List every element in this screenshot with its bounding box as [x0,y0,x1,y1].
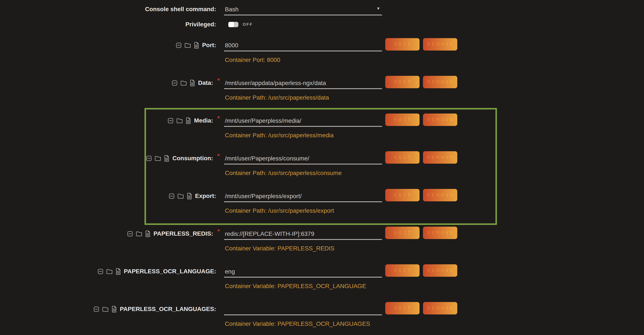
dropdown-caret-icon: ▼ [376,6,380,10]
consumption-label: Consumption: [172,155,213,162]
field-row-port: Port: * 8000 Container Port: 8000 EDIT R… [0,39,644,62]
folder-icon [102,307,108,312]
field-row-paperless-ocr-languages: PAPERLESS_OCR_LANGUAGES: * Container Var… [0,303,644,327]
folder-icon [136,231,142,237]
port-help-text: Container Port: 8000 [224,56,382,63]
paperless-ocr-languages-input[interactable] [224,303,382,315]
data-label: Data: [198,79,213,86]
export-value: /mnt/user/Paperpless/export/ [225,193,302,200]
document-icon [116,268,121,275]
field-row-paperless-ocr-language: PAPERLESS_OCR_LANGUAGE: * eng Container … [0,265,644,289]
paperless-ocr-language-value: eng [225,268,235,275]
port-icon [172,80,178,86]
folder-icon [155,156,161,161]
privileged-row: Privileged: OFF [0,20,644,29]
port-value: 8000 [225,42,238,49]
paperless-ocr-language-remove-button[interactable]: REMOVE [423,264,457,277]
console-shell-command-label-cell: Console shell command: [0,3,216,15]
port-icon [127,231,133,237]
document-icon [190,80,195,86]
console-shell-command-select[interactable]: Bash ▼ [224,3,382,15]
docker-template-settings-page: Console shell command: Bash ▼ Privileged… [0,0,644,335]
field-row-consumption: Consumption: * /mnt/user/Paperpless/cons… [0,152,644,176]
document-icon [194,42,199,49]
media-help-text: Container Path: /usr/src/paperless/media [224,132,382,139]
data-value: /mnt/user/appdata/paperless-ngx/data [225,80,326,86]
field-row-data: Data: * /mnt/user/appdata/paperless-ngx/… [0,77,644,100]
export-remove-button[interactable]: REMOVE [423,189,457,201]
port-remove-button[interactable]: REMOVE [423,38,457,50]
document-icon [112,306,117,313]
document-icon [186,117,191,124]
port-icon [168,118,174,124]
console-shell-command-value: Bash [225,6,238,13]
required-asterisk: * [218,152,222,159]
field-rows-container: Port: * 8000 Container Port: 8000 EDIT R… [0,39,644,327]
folder-icon [178,193,184,199]
port-icon [176,42,182,48]
privileged-toggle-knob [228,22,234,27]
paperless-redis-input[interactable]: redis://[REPLACE-WITH-IP]:6379 [224,228,382,240]
paperless-ocr-languages-remove-button[interactable]: REMOVE [423,302,457,315]
privileged-label-cell: Privileged: [0,20,216,29]
port-icon [169,193,174,199]
media-input[interactable]: /mnt/user/Paperpless/media/ [224,114,382,127]
paperless-redis-value: redis://[REPLACE-WITH-IP]:6379 [225,231,314,237]
paperless-redis-edit-button[interactable]: EDIT [385,227,420,239]
paperless-ocr-language-edit-button[interactable]: EDIT [385,264,420,277]
container-config-form: Console shell command: Bash ▼ Privileged… [0,0,644,335]
consumption-help-text: Container Path: /usr/src/paperless/consu… [224,170,382,177]
folder-icon [184,43,191,48]
paperless-ocr-languages-help-text: Container Variable: PAPERLESS_OCR_LANGUA… [224,321,382,327]
consumption-value: /mnt/user/Paperpless/consume/ [225,155,309,162]
media-edit-button[interactable]: EDIT [385,113,420,126]
document-icon [164,155,169,162]
paperless-ocr-languages-label: PAPERLESS_OCR_LANGUAGES: [120,306,216,313]
privileged-label: Privileged: [186,21,216,28]
export-edit-button[interactable]: EDIT [385,189,420,201]
data-input[interactable]: /mnt/user/appdata/paperless-ngx/data [224,77,382,89]
privileged-toggle-state: OFF [243,22,253,27]
privileged-toggle[interactable] [228,22,238,27]
consumption-remove-button[interactable]: REMOVE [423,151,457,164]
media-value: /mnt/user/Paperpless/media/ [225,117,301,124]
port-edit-button[interactable]: EDIT [385,38,420,50]
folder-icon [106,269,112,274]
field-row-export: Export: * /mnt/user/Paperpless/export/ C… [0,190,644,213]
media-label: Media: [194,117,213,124]
paperless-ocr-language-help-text: Container Variable: PAPERLESS_OCR_LANGUA… [224,283,382,290]
console-shell-command-label: Console shell command: [145,6,216,13]
paperless-redis-label: PAPERLESS_REDIS: [154,230,213,237]
consumption-edit-button[interactable]: EDIT [385,151,420,164]
port-icon [146,155,152,161]
field-row-paperless-redis: PAPERLESS_REDIS: * redis://[REPLACE-WITH… [0,228,644,251]
export-input[interactable]: /mnt/user/Paperpless/export/ [224,190,382,202]
paperless-ocr-languages-edit-button[interactable]: EDIT [385,302,420,315]
required-asterisk: * [218,115,222,122]
folder-icon [176,118,183,123]
paperless-redis-help-text: Container Variable: PAPERLESS_REDIS [224,245,382,252]
data-remove-button[interactable]: REMOVE [423,76,457,88]
data-edit-button[interactable]: EDIT [385,76,420,88]
port-icon [94,306,99,312]
port-label: Port: [202,42,216,49]
data-help-text: Container Path: /usr/src/paperless/data [224,94,382,101]
media-remove-button[interactable]: REMOVE [423,113,457,126]
console-shell-command-row: Console shell command: Bash ▼ [0,3,644,15]
paperless-ocr-language-input[interactable]: eng [224,265,382,278]
port-input[interactable]: 8000 [224,39,382,51]
export-help-text: Container Path: /usr/src/paperless/expor… [224,207,382,214]
export-label: Export: [195,193,216,199]
folder-icon [180,80,187,86]
privileged-value-cell: OFF [224,20,382,29]
document-icon [145,231,150,237]
document-icon [187,193,192,199]
required-asterisk: * [218,77,222,84]
paperless-redis-remove-button[interactable]: REMOVE [423,227,457,239]
port-icon [98,269,103,274]
consumption-input[interactable]: /mnt/user/Paperpless/consume/ [224,152,382,164]
console-shell-command-value-cell: Bash ▼ [224,3,382,15]
field-row-media: Media: * /mnt/user/Paperpless/media/ Con… [0,114,644,138]
required-asterisk: * [218,228,222,235]
paperless-ocr-language-label: PAPERLESS_OCR_LANGUAGE: [124,268,216,275]
